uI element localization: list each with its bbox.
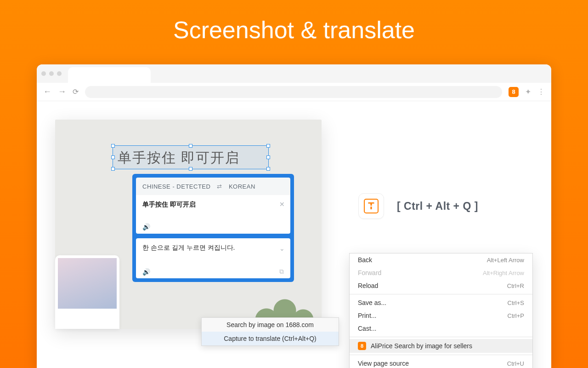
ctx-label: Reload <box>358 282 378 289</box>
ctx-label: Save as... <box>358 299 386 306</box>
ctx-separator <box>350 294 532 294</box>
translator-popup: CHINESE - DETECTED ⇄ KOREAN ✕ 单手按住 即可开启 … <box>132 174 294 282</box>
reload-icon[interactable]: ⟳ <box>73 87 79 96</box>
ctx-shortcut: Ctrl+S <box>508 299 524 306</box>
ctx-forward: Forward Alt+Right Arrow <box>350 266 532 279</box>
browser-tabbar <box>37 64 551 83</box>
aliprice-icon: 8 <box>358 342 366 350</box>
speaker-icon[interactable]: 🔊 <box>142 268 150 276</box>
ctx-shortcut: Alt+Right Arrow <box>483 270 524 276</box>
context-menu: Back Alt+Left Arrow Forward Alt+Right Ar… <box>349 253 533 368</box>
selection-handle[interactable] <box>266 167 270 171</box>
target-panel: ⌄ 한 손으로 길게 누르면 켜집니다. 🔊 ⧉ <box>136 238 290 278</box>
ctx-label: Print... <box>358 312 376 319</box>
swap-icon[interactable]: ⇄ <box>217 183 222 190</box>
source-text: 单手按住 即可开启 <box>142 201 284 209</box>
shortcut-icon-box: T <box>358 193 384 219</box>
ctx-cast[interactable]: Cast... <box>350 322 532 335</box>
screenshot-panel: 单手按住 即可开启 CHINESE - DETECTED ⇄ KOREAN ✕ … <box>55 120 322 329</box>
browser-window: ← → ⟳ 8 ✦ ⋮ 单手按住 即可开启 <box>37 64 551 368</box>
ctx-separator <box>350 355 532 355</box>
capture-t-icon: T <box>364 199 379 213</box>
ctx-label: Back <box>358 256 372 264</box>
ctx-reload[interactable]: Reload Ctrl+R <box>350 279 532 292</box>
ctx-view-source[interactable]: View page source Ctrl+U <box>350 357 532 368</box>
target-text: 한 손으로 길게 누르면 켜집니다. <box>142 244 284 252</box>
extensions-icon[interactable]: ✦ <box>525 87 531 96</box>
target-language[interactable]: KOREAN <box>229 183 255 190</box>
ctx-label: Cast... <box>358 325 376 332</box>
browser-toolbar: ← → ⟳ 8 ✦ ⋮ <box>37 83 551 101</box>
selection-handle[interactable] <box>111 167 115 171</box>
extension-mini-menu: Search by image on 1688.com Capture to t… <box>201 317 339 346</box>
shortcut-label: [ Ctrl + Alt + Q ] <box>397 200 478 213</box>
chevron-down-icon[interactable]: ⌄ <box>279 245 285 252</box>
mock-device-image <box>55 255 119 329</box>
selection-handle[interactable] <box>111 144 115 148</box>
ctx-shortcut: Ctrl+U <box>507 360 524 367</box>
browser-tab[interactable] <box>68 67 151 83</box>
ctx-shortcut: Ctrl+R <box>507 282 524 289</box>
window-max-dot[interactable] <box>57 71 62 76</box>
window-close-dot[interactable] <box>41 71 46 76</box>
page-headline: Screenshot & translate <box>0 0 588 44</box>
ctx-separator <box>350 337 532 337</box>
ctx-shortcut: Alt+Left Arrow <box>487 257 524 264</box>
forward-icon[interactable]: → <box>58 87 66 97</box>
ctx-label: AliPrice Search by image for sellers <box>371 342 472 350</box>
ctx-shortcut: Ctrl+P <box>508 312 524 319</box>
back-icon[interactable]: ← <box>43 87 51 97</box>
source-language[interactable]: CHINESE - DETECTED <box>142 183 210 190</box>
selection-handle[interactable] <box>189 144 192 148</box>
capture-to-translate-item[interactable]: Capture to translate (Ctrl+Alt+Q) <box>202 332 339 345</box>
menu-icon[interactable]: ⋮ <box>537 87 545 96</box>
browser-content: 单手按住 即可开启 CHINESE - DETECTED ⇄ KOREAN ✕ … <box>37 101 551 368</box>
ctx-print[interactable]: Print... Ctrl+P <box>350 309 532 322</box>
ctx-label: Forward <box>358 269 381 276</box>
selection-handle[interactable] <box>111 155 115 159</box>
extension-badge[interactable]: 8 <box>509 87 519 97</box>
ctx-aliprice[interactable]: 8 AliPrice Search by image for sellers <box>350 339 532 353</box>
ctx-back[interactable]: Back Alt+Left Arrow <box>350 253 532 266</box>
language-row: CHINESE - DETECTED ⇄ KOREAN <box>136 178 290 195</box>
capture-selection[interactable]: 单手按住 即可开启 <box>113 145 269 169</box>
shortcut-hint: T [ Ctrl + Alt + Q ] <box>358 193 478 219</box>
address-bar[interactable] <box>85 86 502 98</box>
selection-handle[interactable] <box>266 144 270 148</box>
selection-handle[interactable] <box>266 155 270 159</box>
copy-icon[interactable]: ⧉ <box>279 268 284 276</box>
source-panel: ✕ 单手按住 即可开启 🔊 <box>136 195 290 234</box>
selection-handle[interactable] <box>189 167 192 171</box>
ctx-label: View page source <box>358 360 409 367</box>
speaker-icon[interactable]: 🔊 <box>142 223 150 230</box>
search-by-image-item[interactable]: Search by image on 1688.com <box>202 318 339 332</box>
window-min-dot[interactable] <box>49 71 54 76</box>
window-controls <box>41 71 62 76</box>
ctx-save-as[interactable]: Save as... Ctrl+S <box>350 296 532 309</box>
close-icon[interactable]: ✕ <box>279 201 285 208</box>
